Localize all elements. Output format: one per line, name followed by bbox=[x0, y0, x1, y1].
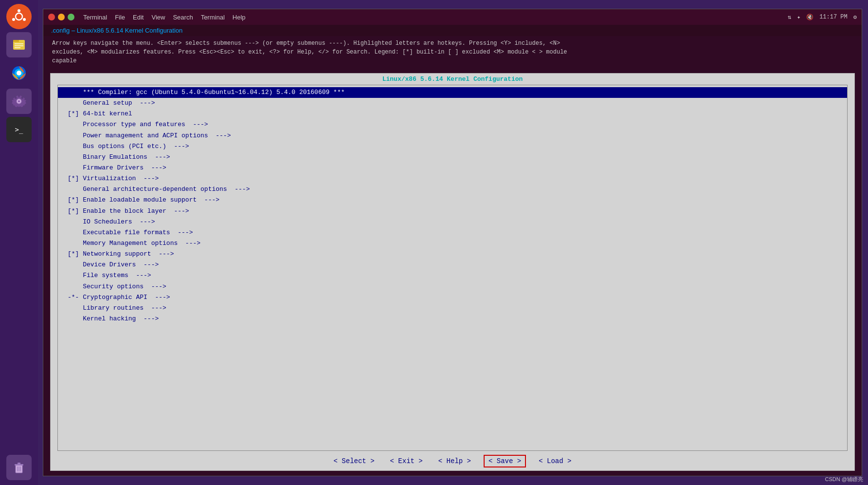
menu-edit[interactable]: Edit bbox=[133, 14, 144, 21]
terminal-tab[interactable]: .config – Linux/x86 5.6.14 Kernel Config… bbox=[43, 25, 862, 36]
menu-terminal[interactable]: Terminal bbox=[83, 14, 107, 21]
terminal-titlebar: Terminal File Edit View Search Terminal … bbox=[43, 9, 862, 25]
menu-item-0[interactable]: *** Compiler: gcc (Ubuntu 5.4.0-6ubuntu1… bbox=[58, 87, 847, 98]
firefox-icon[interactable] bbox=[6, 60, 32, 86]
minimize-button[interactable] bbox=[58, 14, 65, 20]
menu-item-16[interactable]: Device Drivers ---> bbox=[58, 260, 847, 270]
exit-button[interactable]: < Exit > bbox=[387, 456, 426, 466]
svg-point-12 bbox=[17, 71, 21, 75]
notification-area: CSDN @辅瞟亮 bbox=[820, 474, 868, 485]
svg-rect-17 bbox=[18, 463, 20, 465]
menu-item-9[interactable]: General architecture-dependent options -… bbox=[58, 184, 847, 195]
maximize-button[interactable] bbox=[68, 14, 74, 20]
kconfig-buttons-row: < Select > < Exit > < Help > < Save > < … bbox=[51, 451, 854, 470]
menu-item-1[interactable]: General setup ---> bbox=[58, 98, 847, 109]
menu-item-14[interactable]: Memory Management options ---> bbox=[58, 238, 847, 249]
titlebar-right: ⇅ ✦ 🔇 11:17 PM ⚙ bbox=[788, 14, 857, 21]
instructions-line3: capable bbox=[52, 56, 853, 65]
menu-item-19[interactable]: -*- Cryptographic API ---> bbox=[58, 292, 847, 303]
titlebar-menus: Terminal File Edit View Search Terminal … bbox=[83, 14, 246, 21]
svg-rect-9 bbox=[15, 47, 20, 48]
bluetooth-icon: ✦ bbox=[797, 14, 800, 21]
menu-item-18[interactable]: Security options ---> bbox=[58, 281, 847, 292]
menu-item-7[interactable]: Firmware Drivers ---> bbox=[58, 163, 847, 173]
save-button[interactable]: < Save > bbox=[484, 455, 526, 467]
menu-help[interactable]: Help bbox=[233, 14, 246, 21]
terminal-icon[interactable]: >_ bbox=[6, 117, 32, 142]
volume-icon: 🔇 bbox=[806, 14, 814, 21]
instructions-area: Arrow keys navigate the menu. <Enter> se… bbox=[43, 36, 862, 68]
close-button[interactable] bbox=[48, 14, 55, 20]
kconfig-header: Linux/x86 5.6.14 Kernel Configuration bbox=[51, 74, 854, 85]
terminal-window: Terminal File Edit View Search Terminal … bbox=[43, 9, 862, 476]
gear-icon: ⚙ bbox=[853, 14, 857, 21]
instructions-line1: Arrow keys navigate the menu. <Enter> se… bbox=[52, 39, 853, 48]
kconfig-menu-area[interactable]: *** Compiler: gcc (Ubuntu 5.4.0-6ubuntu1… bbox=[57, 85, 848, 451]
menu-item-5[interactable]: Bus options (PCI etc.) ---> bbox=[58, 141, 847, 152]
menu-item-20[interactable]: Library routines ---> bbox=[58, 303, 847, 314]
menu-view[interactable]: View bbox=[151, 14, 165, 21]
menu-item-10[interactable]: [*] Enable loadable module support ---> bbox=[58, 195, 847, 205]
sidebar: >_ bbox=[0, 0, 38, 485]
svg-rect-6 bbox=[13, 40, 19, 42]
arrows-icon: ⇅ bbox=[788, 14, 791, 21]
menu-item-17[interactable]: File systems ---> bbox=[58, 270, 847, 281]
instructions-line2: excludes, <M> modularizes features. Pres… bbox=[52, 48, 853, 56]
menu-item-11[interactable]: [*] Enable the block layer ---> bbox=[58, 206, 847, 217]
trash-icon[interactable] bbox=[6, 455, 32, 480]
help-button[interactable]: < Help > bbox=[435, 456, 474, 466]
svg-point-3 bbox=[23, 18, 26, 21]
menu-file[interactable]: File bbox=[115, 14, 125, 21]
files-icon[interactable] bbox=[6, 32, 32, 57]
svg-rect-7 bbox=[15, 43, 23, 44]
svg-point-14 bbox=[18, 100, 20, 102]
menu-search[interactable]: Search bbox=[173, 14, 193, 21]
select-button[interactable]: < Select > bbox=[331, 456, 378, 466]
kconfig-window: Linux/x86 5.6.14 Kernel Configuration **… bbox=[50, 73, 855, 471]
menu-item-3[interactable]: Processor type and features ---> bbox=[58, 119, 847, 130]
menu-item-4[interactable]: Power management and ACPI options ---> bbox=[58, 131, 847, 141]
settings-icon[interactable] bbox=[6, 89, 32, 114]
menu-terminal2[interactable]: Terminal bbox=[201, 14, 225, 21]
svg-point-4 bbox=[12, 18, 15, 21]
svg-point-2 bbox=[18, 9, 20, 12]
desktop: >_ Terminal File Edit bbox=[0, 0, 868, 485]
load-button[interactable]: < Load > bbox=[536, 456, 574, 466]
menu-item-15[interactable]: [*] Networking support ---> bbox=[58, 249, 847, 260]
titlebar-buttons bbox=[48, 14, 74, 20]
ubuntu-icon[interactable] bbox=[6, 4, 32, 29]
time-display: 11:17 PM bbox=[819, 14, 848, 20]
menu-item-2[interactable]: [*] 64-bit kernel bbox=[58, 109, 847, 119]
menu-item-12[interactable]: IO Schedulers ---> bbox=[58, 217, 847, 227]
svg-rect-8 bbox=[15, 45, 23, 46]
menu-item-21[interactable]: Kernel hacking ---> bbox=[58, 314, 847, 324]
menu-item-8[interactable]: [*] Virtualization ---> bbox=[58, 173, 847, 184]
notification-text: CSDN @辅瞟亮 bbox=[825, 476, 863, 482]
menu-item-6[interactable]: Binary Emulations ---> bbox=[58, 152, 847, 163]
menu-item-13[interactable]: Executable file formats ---> bbox=[58, 227, 847, 238]
terminal-body: Arrow keys navigate the menu. <Enter> se… bbox=[43, 36, 862, 476]
